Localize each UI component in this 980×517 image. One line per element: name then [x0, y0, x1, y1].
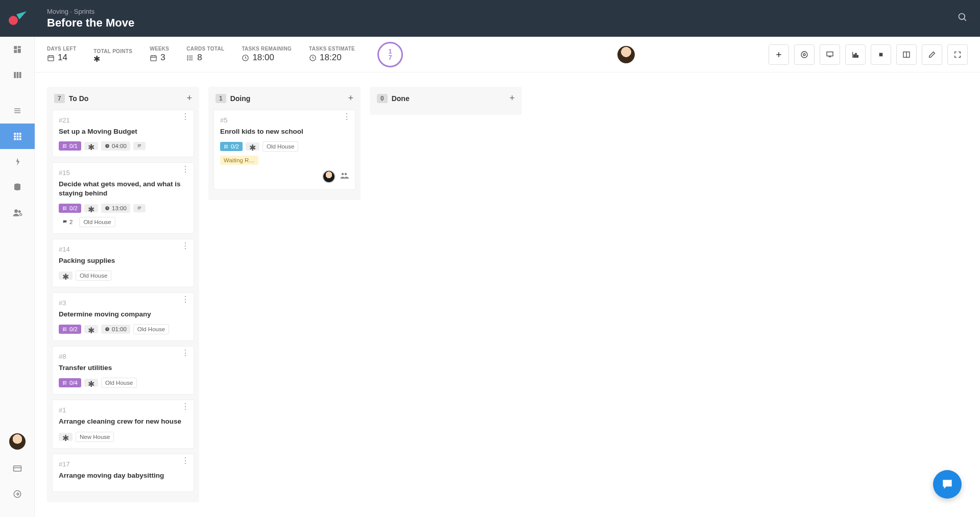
- page-title: Before the Move: [47, 16, 134, 30]
- comments-pill: 2: [59, 217, 76, 227]
- card-id: #8: [59, 353, 187, 360]
- svg-rect-6: [17, 72, 19, 78]
- svg-rect-61: [137, 145, 141, 146]
- nav-team[interactable]: [0, 200, 35, 226]
- card-menu-button[interactable]: ⋮: [181, 298, 189, 301]
- calendar-icon: [150, 54, 157, 62]
- settings-button[interactable]: [794, 44, 815, 65]
- card-menu-button[interactable]: ⋮: [181, 405, 189, 408]
- clock-icon: [309, 54, 317, 62]
- add-card-button[interactable]: +: [509, 93, 515, 104]
- nav-board[interactable]: [0, 124, 35, 149]
- tag-pill: Old House: [101, 378, 137, 388]
- card[interactable]: ⋮ #17 Arrange moving day babysitting: [52, 454, 194, 492]
- assignee-avatar[interactable]: [617, 46, 635, 63]
- svg-rect-7: [19, 72, 21, 78]
- stat-total-points: TOTAL POINTS ✱: [93, 48, 132, 60]
- svg-rect-33: [151, 56, 156, 61]
- time-pill: 13:00: [101, 204, 130, 213]
- svg-rect-4: [14, 50, 17, 53]
- svg-point-21: [14, 209, 18, 213]
- edit-button[interactable]: [922, 44, 942, 65]
- card[interactable]: ⋮ #14 Packing supplies ✱Old House: [52, 239, 194, 287]
- svg-rect-50: [854, 55, 855, 57]
- sidebar: [0, 0, 35, 517]
- list-icon: [186, 54, 194, 62]
- card-id: #17: [59, 460, 187, 468]
- svg-rect-24: [13, 466, 21, 472]
- add-card-button[interactable]: +: [348, 93, 353, 104]
- card-menu-button[interactable]: ⋮: [181, 168, 189, 171]
- nav-columns[interactable]: [0, 62, 35, 88]
- svg-point-27: [959, 14, 965, 20]
- header: Moving · Sprints Before the Move: [35, 0, 980, 37]
- nav-billing[interactable]: [0, 456, 35, 481]
- app-logo[interactable]: [0, 0, 35, 37]
- svg-rect-3: [18, 49, 21, 53]
- card-menu-button[interactable]: ⋮: [181, 115, 189, 118]
- svg-rect-19: [19, 138, 21, 140]
- stop-button[interactable]: [871, 44, 891, 65]
- add-card-button[interactable]: +: [186, 93, 192, 104]
- points-pill: ✱: [59, 272, 73, 280]
- status-pill: Waiting R…: [220, 156, 258, 165]
- card[interactable]: ⋮ #5 Enroll kids to new school 0/2✱Old H…: [213, 110, 355, 190]
- svg-line-28: [964, 19, 966, 21]
- svg-point-47: [803, 54, 805, 56]
- stats-bar: DAYS LEFT 14 TOTAL POINTS ✱ WEEKS 3 CARD…: [35, 37, 980, 72]
- sprint-progress-circle[interactable]: 1 7: [377, 42, 403, 67]
- svg-rect-12: [17, 133, 19, 135]
- svg-rect-53: [879, 53, 883, 56]
- card-id: #15: [59, 169, 187, 177]
- nav-dashboard[interactable]: [0, 37, 35, 62]
- svg-point-40: [187, 56, 188, 56]
- add-button[interactable]: [769, 44, 789, 65]
- fullscreen-button[interactable]: [947, 44, 968, 65]
- svg-rect-17: [14, 138, 16, 140]
- card[interactable]: ⋮ #15 Decide what gets moved, and what i…: [52, 162, 194, 233]
- calendar-icon: [47, 54, 55, 62]
- progress-pill: 0/4: [59, 378, 81, 387]
- svg-rect-16: [19, 136, 21, 138]
- card-title: Set up a Moving Budget: [59, 127, 187, 136]
- breadcrumb[interactable]: Moving · Sprints: [47, 8, 134, 15]
- user-avatar-sidebar[interactable]: [9, 433, 26, 450]
- layout-button[interactable]: [896, 44, 917, 65]
- nav-logout[interactable]: [0, 481, 35, 507]
- card[interactable]: ⋮ #1 Arrange cleaning crew for new house…: [52, 400, 194, 448]
- card-assignee-avatar[interactable]: [322, 170, 336, 183]
- svg-point-81: [345, 173, 347, 176]
- card-menu-button[interactable]: ⋮: [343, 115, 351, 118]
- description-pill: [133, 204, 146, 212]
- chat-button[interactable]: [933, 470, 962, 499]
- chart-button[interactable]: [845, 44, 866, 65]
- points-pill: ✱: [59, 433, 73, 441]
- people-icon[interactable]: [340, 171, 349, 182]
- card[interactable]: ⋮ #3 Determine moving company 0/2✱ 01:00…: [52, 292, 194, 341]
- card-title: Transfer utilities: [59, 363, 187, 373]
- clock-icon: [242, 54, 249, 62]
- card-title: Packing supplies: [59, 256, 187, 265]
- card-menu-button[interactable]: ⋮: [181, 244, 189, 248]
- search-button[interactable]: [958, 12, 968, 24]
- card-menu-button[interactable]: ⋮: [181, 459, 189, 462]
- svg-rect-29: [48, 56, 54, 61]
- card-id: #3: [59, 299, 187, 307]
- nav-list[interactable]: [0, 98, 35, 124]
- progress-pill: 0/2: [59, 204, 81, 213]
- points-pill: ✱: [84, 142, 98, 150]
- svg-rect-18: [17, 138, 19, 140]
- card[interactable]: ⋮ #21 Set up a Moving Budget 0/1✱ 04:00: [52, 110, 194, 157]
- points-pill: ✱: [84, 204, 98, 212]
- presentation-button[interactable]: [820, 44, 840, 65]
- svg-rect-68: [137, 208, 141, 208]
- time-pill: 04:00: [101, 141, 130, 151]
- card-title: Determine moving company: [59, 310, 187, 319]
- card[interactable]: ⋮ #8 Transfer utilities 0/4✱Old House: [52, 346, 194, 395]
- card-menu-button[interactable]: ⋮: [181, 352, 189, 355]
- kanban-board: 7To Do+ ⋮ #21 Set up a Moving Budget 0/1…: [35, 72, 980, 517]
- nav-database[interactable]: [0, 175, 35, 200]
- nav-sprint[interactable]: [0, 149, 35, 175]
- column-count: 7: [54, 94, 65, 103]
- stat-cards-total: CARDS TOTAL 8: [186, 46, 224, 63]
